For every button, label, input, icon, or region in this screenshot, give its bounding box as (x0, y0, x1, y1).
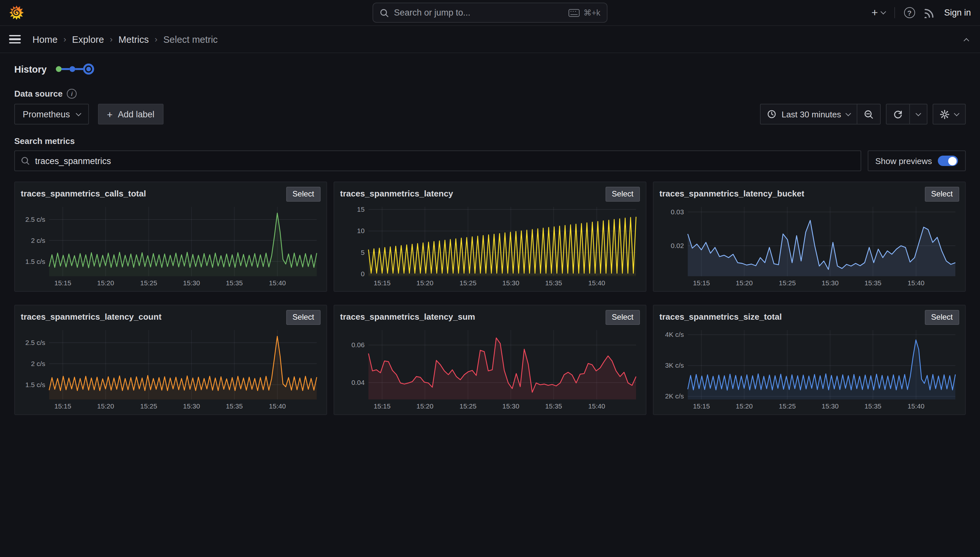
svg-text:15:35: 15:35 (864, 279, 881, 287)
svg-text:15:40: 15:40 (269, 402, 286, 410)
info-icon[interactable]: i (67, 89, 77, 99)
select-button[interactable]: Select (286, 310, 321, 325)
search-metrics-input[interactable]: traces_spanmetrics (14, 150, 861, 171)
search-icon (380, 8, 389, 17)
chevron-down-icon (880, 9, 886, 15)
menu-toggle-icon[interactable] (9, 35, 21, 44)
global-search-placeholder: Search or jump to... (394, 8, 564, 18)
metric-preview-chart[interactable]: 0.040.0615:1515:2015:2515:3015:3515:40 (340, 326, 640, 411)
svg-text:15:35: 15:35 (226, 402, 243, 410)
history-connector (62, 68, 69, 70)
breadcrumb-separator-icon: › (155, 34, 158, 44)
breadcrumb-separator-icon: › (110, 34, 113, 44)
svg-text:15:20: 15:20 (416, 402, 433, 410)
metric-preview-chart[interactable]: 1.5 c/s2 c/s2.5 c/s15:1515:2015:2515:301… (21, 326, 321, 411)
add-label-button[interactable]: + Add label (98, 104, 163, 124)
metric-preview-chart[interactable]: 05101515:1515:2015:2515:3015:3515:40 (340, 203, 640, 288)
history-step-icon[interactable] (69, 66, 75, 72)
settings-button[interactable] (933, 104, 966, 124)
metric-panel: traces_spanmetrics_latency Select 051015… (333, 182, 647, 292)
metric-preview-chart[interactable]: 2K c/s3K c/s4K c/s15:1515:2015:2515:3015… (659, 326, 959, 411)
search-icon (21, 156, 30, 165)
history-timeline[interactable] (56, 64, 94, 75)
svg-text:5: 5 (361, 249, 365, 256)
controls-row: Prometheus + Add label Last 30 minutes (14, 104, 966, 124)
refresh-interval-dropdown[interactable] (910, 104, 928, 124)
svg-text:10: 10 (357, 227, 364, 235)
show-previews-label: Show previews (875, 156, 932, 166)
svg-text:15:30: 15:30 (822, 279, 838, 287)
panel-title: traces_spanmetrics_size_total (659, 310, 782, 322)
svg-text:15:25: 15:25 (459, 402, 476, 410)
top-nav-bar: Search or jump to... ⌘+k + ? Sign in (0, 0, 980, 26)
global-search-input[interactable]: Search or jump to... ⌘+k (372, 3, 608, 23)
breadcrumb-current: Select metric (163, 34, 218, 44)
breadcrumb: Home › Explore › Metrics › Select metric (33, 34, 218, 44)
svg-text:15:40: 15:40 (908, 279, 924, 287)
svg-text:15:35: 15:35 (545, 402, 562, 410)
svg-text:15:40: 15:40 (588, 402, 605, 410)
sign-in-button[interactable]: Sign in (944, 8, 971, 18)
history-label: History (14, 64, 47, 74)
time-range-picker[interactable]: Last 30 minutes (760, 104, 858, 124)
new-menu-button[interactable]: + (872, 7, 885, 18)
panel-header: traces_spanmetrics_latency Select (340, 187, 640, 202)
zoom-out-button[interactable] (858, 104, 881, 124)
svg-text:15:15: 15:15 (54, 279, 71, 287)
svg-text:0.03: 0.03 (671, 208, 684, 216)
select-button[interactable]: Select (924, 187, 959, 202)
keyboard-icon (568, 9, 580, 16)
select-button[interactable]: Select (924, 310, 959, 325)
collapse-header-button[interactable] (962, 31, 971, 48)
search-metrics-value: traces_spanmetrics (35, 156, 111, 166)
breadcrumb-home[interactable]: Home (33, 34, 57, 44)
svg-text:15:15: 15:15 (374, 279, 390, 287)
breadcrumb-metrics[interactable]: Metrics (118, 34, 149, 44)
gear-icon (940, 109, 949, 119)
svg-text:15:40: 15:40 (908, 402, 924, 410)
svg-text:15:35: 15:35 (864, 402, 881, 410)
select-button[interactable]: Select (286, 187, 321, 202)
panel-header: traces_spanmetrics_size_total Select (659, 310, 959, 325)
clock-icon (767, 109, 776, 119)
svg-text:15:20: 15:20 (736, 402, 753, 410)
svg-text:15:15: 15:15 (54, 402, 71, 410)
svg-text:2 c/s: 2 c/s (31, 237, 45, 244)
help-icon[interactable]: ? (904, 7, 915, 18)
svg-text:15:30: 15:30 (183, 279, 200, 287)
history-step-current-icon[interactable] (83, 64, 94, 75)
svg-text:2K c/s: 2K c/s (665, 392, 684, 400)
svg-text:0.04: 0.04 (351, 379, 365, 386)
datasource-section-label: Data source i (14, 89, 966, 99)
select-button[interactable]: Select (605, 310, 640, 325)
panel-header: traces_spanmetrics_calls_total Select (21, 187, 321, 202)
svg-text:15:25: 15:25 (459, 279, 476, 287)
select-button[interactable]: Select (605, 187, 640, 202)
svg-text:15:25: 15:25 (779, 279, 796, 287)
chevron-down-icon (916, 111, 921, 116)
plus-icon: + (872, 7, 878, 18)
panel-title: traces_spanmetrics_calls_total (21, 187, 146, 199)
metric-panel: traces_spanmetrics_latency_bucket Select… (653, 182, 966, 292)
svg-text:3K c/s: 3K c/s (665, 362, 684, 369)
svg-text:2 c/s: 2 c/s (31, 360, 45, 367)
history-step-start-icon[interactable] (56, 66, 62, 72)
settings-group (933, 104, 966, 124)
news-rss-icon[interactable] (924, 7, 935, 18)
svg-text:0.06: 0.06 (351, 341, 365, 349)
grafana-logo-icon[interactable] (9, 5, 24, 20)
shortcut-label: ⌘+k (583, 8, 600, 18)
svg-text:15:35: 15:35 (226, 279, 243, 287)
grafana-app: Search or jump to... ⌘+k + ? Sign in Hom… (0, 0, 980, 557)
show-previews-toggle[interactable] (938, 156, 958, 166)
breadcrumb-explore[interactable]: Explore (72, 34, 104, 44)
metric-preview-chart[interactable]: 0.020.0315:1515:2015:2515:3015:3515:40 (659, 203, 959, 288)
chevron-down-icon (846, 111, 851, 116)
svg-text:15:40: 15:40 (588, 279, 605, 287)
svg-text:15:15: 15:15 (693, 402, 710, 410)
metric-preview-chart[interactable]: 1.5 c/s2 c/s2.5 c/s15:1515:2015:2515:301… (21, 203, 321, 288)
refresh-button[interactable] (886, 104, 910, 124)
svg-text:15:20: 15:20 (416, 279, 433, 287)
datasource-picker[interactable]: Prometheus (14, 104, 89, 124)
svg-text:0.02: 0.02 (671, 242, 684, 249)
